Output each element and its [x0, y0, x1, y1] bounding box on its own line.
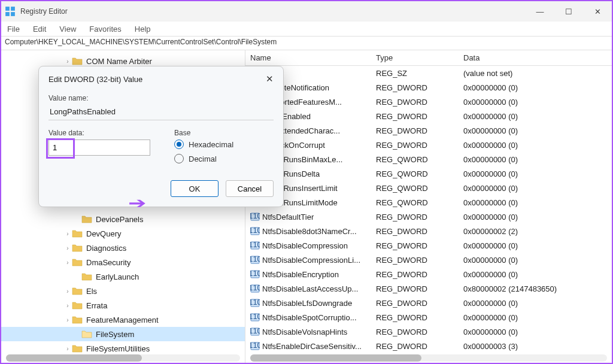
list-row[interactable]: 110NtfsDisableCompressionREG_DWORD0x0000… — [245, 238, 612, 253]
list-row[interactable]: 110PathsEnabledREG_DWORD0x00000000 (0) — [245, 109, 612, 123]
titlebar: Registry Editor — ☐ ✕ — [1, 1, 612, 22]
tree-item[interactable]: ›FileSystemUtilities — [1, 341, 245, 356]
svg-text:110: 110 — [250, 269, 260, 278]
value-data-input[interactable] — [48, 139, 150, 156]
list-row[interactable]: 110NtfsDisableLfsDowngradeREG_DWORD0x000… — [245, 296, 612, 310]
svg-rect-1 — [11, 7, 15, 11]
tree-item[interactable]: DevicePanels — [1, 212, 245, 226]
svg-text:110: 110 — [250, 255, 260, 263]
edit-dword-dialog: Edit DWORD (32-bit) Value ✕ Value name: … — [38, 66, 284, 207]
svg-text:110: 110 — [250, 313, 260, 321]
tree-item[interactable]: ›FeatureManagement — [1, 313, 245, 327]
svg-text:110: 110 — [250, 226, 260, 235]
menu-view[interactable]: View — [59, 25, 76, 34]
tree-scrollbar-thumb[interactable] — [6, 354, 142, 362]
cancel-button[interactable]: Cancel — [226, 180, 274, 197]
radio-decimal[interactable]: Decimal — [174, 154, 233, 163]
address-bar[interactable]: Computer\HKEY_LOCAL_MACHINE\SYSTEM\Curre… — [1, 36, 612, 50]
list-row[interactable]: 110achedRunsInsertLimitREG_QWORD0x000000… — [245, 181, 612, 195]
value-name-field: LongPathsEnabled — [48, 105, 274, 120]
dialog-title: Edit DWORD (32-bit) Value — [48, 75, 142, 84]
col-data[interactable]: Data — [459, 53, 612, 62]
maximize-button[interactable]: ☐ — [558, 3, 579, 20]
list-header: Name Type Data — [245, 50, 612, 66]
list-row[interactable]: 110NtfsDisableCompressionLi...REG_DWORD0… — [245, 253, 612, 267]
dialog-close-icon[interactable]: ✕ — [266, 74, 274, 84]
svg-rect-0 — [5, 7, 10, 11]
menu-favorites[interactable]: Favorites — [89, 25, 121, 34]
minimize-button[interactable]: — — [529, 3, 551, 20]
svg-rect-3 — [11, 12, 15, 16]
list-scrollbar[interactable] — [250, 354, 607, 362]
window-title: Registry Editor — [20, 7, 68, 16]
value-name-label: Value name: — [48, 94, 274, 102]
list-pane[interactable]: Name Type Data ablt)REG_SZ(value not set… — [245, 50, 612, 363]
tree-item[interactable]: ›Els — [1, 284, 245, 298]
svg-text:110: 110 — [250, 284, 260, 292]
base-label: Base — [174, 129, 233, 137]
tree-item[interactable]: ›Diagnostics — [1, 241, 245, 255]
list-scrollbar-thumb[interactable] — [250, 354, 421, 362]
list-row[interactable]: 110igcheckOnCorruptREG_DWORD0x00000000 (… — [245, 138, 612, 152]
value-data-label: Value data: — [48, 129, 150, 137]
tree-item[interactable]: ›DmaSecurity — [1, 255, 245, 269]
svg-text:110: 110 — [250, 241, 260, 249]
col-name[interactable]: Name — [245, 53, 371, 62]
menu-edit[interactable]: Edit — [33, 25, 46, 34]
svg-text:110: 110 — [250, 327, 260, 335]
menubar: File Edit View Favorites Help — [1, 22, 612, 36]
tree-item[interactable]: EarlyLaunch — [1, 269, 245, 284]
ok-button[interactable]: OK — [171, 180, 219, 197]
menu-help[interactable]: Help — [135, 25, 151, 34]
list-row[interactable]: 110NtfsDefaultTierREG_DWORD0x00000000 (0… — [245, 210, 612, 224]
list-row[interactable]: 110leDeleteNotificationREG_DWORD0x000000… — [245, 80, 612, 95]
menu-file[interactable]: File — [7, 25, 20, 34]
list-row[interactable]: 110NtfsDisableVolsnapHintsREG_DWORD0x000… — [245, 324, 612, 339]
tree-item[interactable]: FileSystem — [1, 327, 245, 341]
list-row[interactable]: ablt)REG_SZ(value not set) — [245, 66, 612, 80]
tree-scrollbar[interactable] — [6, 354, 240, 362]
list-row[interactable]: 110achedRunsBinMaxLe...REG_QWORD0x000000… — [245, 152, 612, 166]
list-row[interactable]: 110NtfsDisableEncryptionREG_DWORD0x00000… — [245, 267, 612, 281]
app-icon — [5, 6, 16, 17]
list-row[interactable]: 110NtfsDisableSpotCorruptio...REG_DWORD0… — [245, 310, 612, 324]
list-row[interactable]: 110NtfsEnableDirCaseSensitiv...REG_DWORD… — [245, 339, 612, 353]
list-row[interactable]: 110SupportedFeaturesM...REG_DWORD0x00000… — [245, 95, 612, 109]
radio-hexadecimal[interactable]: Hexadecimal — [174, 139, 233, 149]
list-row[interactable]: 110achedRunsLimitModeREG_QWORD0x00000000… — [245, 195, 612, 210]
svg-text:110: 110 — [250, 298, 260, 307]
list-row[interactable]: 110NtfsDisableLastAccessUp...REG_DWORD0x… — [245, 281, 612, 296]
svg-rect-2 — [5, 12, 10, 16]
tree-item[interactable]: ›DevQuery — [1, 226, 245, 241]
svg-text:110: 110 — [250, 212, 260, 220]
tree-item[interactable]: ›Errata — [1, 298, 245, 313]
list-row[interactable]: 110NtfsDisable8dot3NameCr...REG_DWORD0x0… — [245, 224, 612, 238]
list-row[interactable]: 110llowExtendedCharac...REG_DWORD0x00000… — [245, 123, 612, 138]
list-row[interactable]: 110achedRunsDeltaREG_QWORD0x00000000 (0) — [245, 166, 612, 181]
close-button[interactable]: ✕ — [587, 3, 608, 20]
col-type[interactable]: Type — [371, 53, 459, 62]
svg-text:110: 110 — [250, 341, 260, 350]
